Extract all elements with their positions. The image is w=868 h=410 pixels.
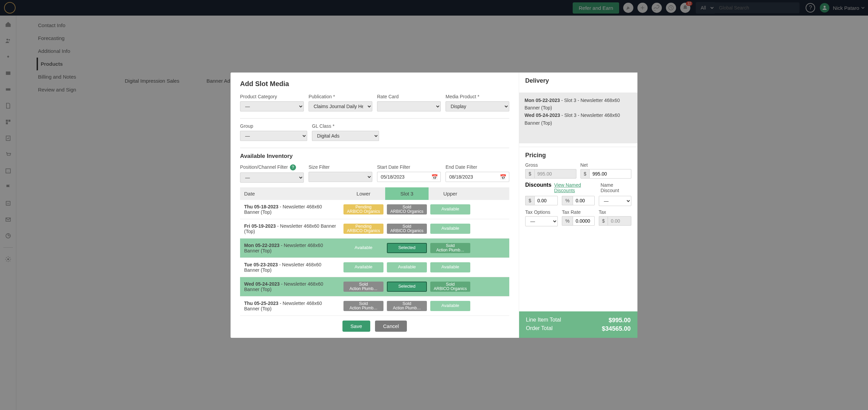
modal-overlay: ✕ Add Slot Media Product Category— Publi… [0,0,868,16]
